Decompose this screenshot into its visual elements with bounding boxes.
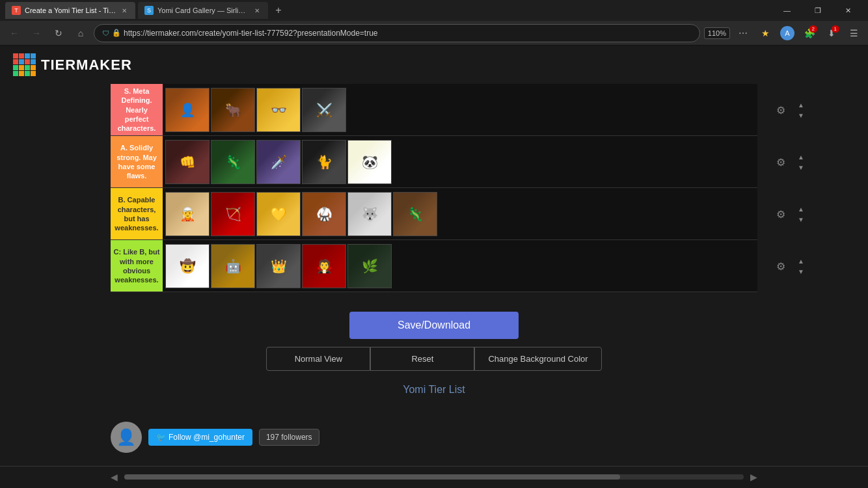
forward-button[interactable]: → [27,24,46,42]
new-tab-button[interactable]: + [271,3,286,18]
card-a2[interactable]: 🦎 [211,140,255,184]
scrollbar-thumb [124,474,620,480]
gear-icon-a[interactable]: ⚙ [771,152,791,172]
minimize-button[interactable]: — [772,0,802,21]
tab-sirlin[interactable]: S Yomi Card Gallery — Sirlin Ga... ✕ [138,2,268,19]
logo-cell [19,71,24,76]
row-controls-b: ⚙ ▲ ▼ [764,188,816,240]
logo-cell [25,59,30,64]
card-s1[interactable]: 👤 [165,88,210,132]
card-b4[interactable]: 🥋 [302,192,346,236]
tab-favicon-sirlin: S [144,6,154,15]
save-download-button[interactable]: Save/Download [349,312,519,339]
tab-close-tiermaker[interactable]: ✕ [120,6,129,15]
card-a1[interactable]: 👊 [165,140,210,184]
maximize-button[interactable]: ❐ [803,0,832,21]
card-b2[interactable]: 🏹 [211,192,255,236]
home-button[interactable]: ⌂ [72,24,90,42]
logo-cell [31,65,36,70]
tier-list-title: Yomi Tier List [403,384,465,396]
address-bar[interactable]: 🛡 🔒 https://tiermaker.com/create/yomi-ti… [94,24,700,42]
zoom-level[interactable]: 110% [704,27,730,39]
reset-button[interactable]: Reset [370,347,474,371]
tab-favicon-tiermaker: T [12,6,21,15]
card-c4[interactable]: 🧛 [302,244,346,288]
card-s4[interactable]: ⚔️ [302,88,346,132]
extensions-icon[interactable]: 🧩2 [800,24,819,42]
normal-view-button[interactable]: Normal View [266,347,370,371]
arrow-down-c[interactable]: ▼ [793,267,809,276]
profile-avatar: A [780,26,794,40]
bookmarks-button[interactable]: ★ [756,24,774,42]
change-background-color-button[interactable]: Change Background Color [474,347,601,371]
arrow-down-b[interactable]: ▼ [793,215,809,224]
arrows-c: ▲ ▼ [793,256,809,276]
card-c3[interactable]: 👑 [256,244,301,288]
arrow-up-c[interactable]: ▲ [793,256,809,265]
logo-cell [13,71,18,76]
card-c1[interactable]: 🤠 [165,244,210,288]
logo-text: TiERMAKER [41,57,132,74]
arrow-down-a[interactable]: ▼ [793,163,809,172]
tier-cards-a: 👊 🦎 🗡️ 🐈 🐼 [163,136,757,187]
row-controls-s: ⚙ ▲ ▼ [764,84,816,136]
page-content: TiERMAKER S. Meta Defining. Nearly perfe… [0,46,868,487]
twitter-icon: 🐦 [156,433,166,442]
tab-tiermaker[interactable]: T Create a Yomi Tier List - TierM... ✕ [5,2,135,19]
tab-close-sirlin[interactable]: ✕ [252,6,262,15]
scrollbar-track[interactable] [124,474,744,480]
browser-chrome: T Create a Yomi Tier List - TierM... ✕ S… [0,0,868,46]
card-b3[interactable]: 💛 [256,192,301,236]
logo-cell [31,71,36,76]
tier-label-b: B. Capable characters, but has weaknesse… [111,188,163,239]
menu-button[interactable]: ☰ [845,24,863,42]
gear-icon-s[interactable]: ⚙ [771,100,791,120]
tier-cards-c: 🤠 🤖 👑 🧛 🌿 [163,240,757,291]
gear-icon-c[interactable]: ⚙ [771,256,791,276]
row-controls-container: ⚙ ▲ ▼ ⚙ ▲ ▼ ⚙ ▲ ▼ [764,84,816,292]
logo-cell [13,53,18,59]
buttons-section: Save/Download Normal View Reset Change B… [0,292,868,409]
tier-label-a: A. Solidly strong. May have some flaws. [111,136,163,187]
back-button[interactable]: ← [5,24,23,42]
tier-cards-s: 👤 🐂 👓 ⚔️ [163,84,757,135]
logo-cell [25,65,30,70]
arrow-down-s[interactable]: ▼ [793,111,809,120]
arrows-s: ▲ ▼ [793,100,809,120]
card-c5[interactable]: 🌿 [347,244,392,288]
social-section: 👤 🐦 Follow @mi_gohunter 197 followers [0,409,868,466]
tier-label-c: C: Like B, but with more obvious weaknes… [111,240,163,291]
extensions-button[interactable]: ⋯ [734,24,752,42]
lock-icon: 🔒 [112,29,121,37]
row-controls-a: ⚙ ▲ ▼ [764,136,816,188]
gear-icon-b[interactable]: ⚙ [771,204,791,224]
card-b5[interactable]: 🐺 [347,192,392,236]
scroll-right-button[interactable]: ▶ [750,472,757,482]
downloads-icon[interactable]: ⬇1 [822,24,841,42]
tier-cards-b: 🧝 🏹 💛 🥋 🐺 🦎 [163,188,757,239]
followers-badge: 197 followers [259,429,319,446]
card-b1[interactable]: 🧝 [165,192,210,236]
card-s3[interactable]: 👓 [256,88,301,132]
arrows-b: ▲ ▼ [793,204,809,224]
follow-button[interactable]: 🐦 Follow @mi_gohunter [148,429,252,446]
profile-button[interactable]: A [778,24,796,42]
card-a4[interactable]: 🐈 [302,140,346,184]
close-button[interactable]: ✕ [834,0,863,21]
refresh-button[interactable]: ↻ [49,24,68,42]
shield-icon: 🛡 [102,29,109,37]
card-s2[interactable]: 🐂 [211,88,255,132]
action-buttons: Normal View Reset Change Background Colo… [266,347,601,371]
card-b6[interactable]: 🦎 [393,192,437,236]
logo-cell [19,59,24,64]
card-c2[interactable]: 🤖 [211,244,255,288]
tier-list-wrapper: S. Meta Defining. Nearly perfect charact… [111,84,757,292]
arrow-up-b[interactable]: ▲ [793,204,809,213]
logo-cell [19,53,24,59]
arrow-up-a[interactable]: ▲ [793,152,809,161]
card-a5[interactable]: 🐼 [347,140,392,184]
tier-row-b: B. Capable characters, but has weaknesse… [111,188,757,240]
card-a3[interactable]: 🗡️ [256,140,301,184]
scroll-left-button[interactable]: ◀ [111,472,118,482]
arrow-up-s[interactable]: ▲ [793,100,809,109]
